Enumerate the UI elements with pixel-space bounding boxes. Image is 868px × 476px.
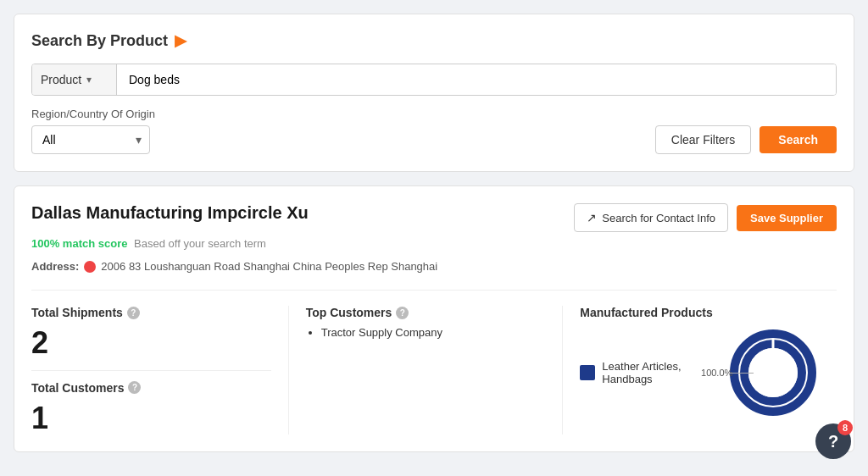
customers-list: Tractor Supply Company <box>306 326 546 339</box>
filter-row: All USA China India Europe ▾ Clear Filte… <box>31 125 837 154</box>
clear-filters-button[interactable]: Clear Filters <box>655 125 751 154</box>
match-percentage: 100% match score <box>31 237 127 250</box>
legend-item: Leather Articles, Handbags <box>580 360 709 385</box>
page-wrapper: Search By Product ▶ Product ▾ Region/Cou… <box>0 0 868 466</box>
search-row: Product ▾ <box>31 64 837 96</box>
total-shipments-value: 2 <box>31 326 271 360</box>
result-header: Dallas Manufacturing Impcircle Xu ↗ Sear… <box>31 203 837 232</box>
region-select-wrap: All USA China India Europe ▾ <box>31 125 150 154</box>
legend-label: Leather Articles, Handbags <box>602 360 709 385</box>
total-customers-title: Total Customers ? <box>31 381 271 395</box>
products-legend: Leather Articles, Handbags <box>580 360 709 385</box>
product-select-label: Product <box>41 73 81 86</box>
header-actions: ↗ Search for Contact Info Save Supplier <box>574 203 837 232</box>
svg-point-2 <box>748 348 798 397</box>
manufactured-products-title: Manufactured Products <box>580 306 820 319</box>
search-contact-button[interactable]: ↗ Search for Contact Info <box>574 203 728 232</box>
external-link-icon: ↗ <box>587 211 597 224</box>
region-select[interactable]: All USA China India Europe <box>31 125 150 154</box>
search-panel: Search By Product ▶ Product ▾ Region/Cou… <box>14 14 854 172</box>
video-icon: ▶ <box>175 31 186 50</box>
stats-row: Total Shipments ? 2 Total Customers ? 1 … <box>31 290 837 434</box>
donut-percentage-label: 100.0% <box>701 368 732 378</box>
total-shipments-title: Total Shipments ? <box>31 306 271 319</box>
help-bubble-icon: ? <box>828 432 838 451</box>
top-customers-title: Top Customers ? <box>306 306 546 319</box>
search-contact-label: Search for Contact Info <box>602 212 715 224</box>
shipments-help-icon[interactable]: ? <box>127 307 140 319</box>
save-supplier-button[interactable]: Save Supplier <box>737 205 837 231</box>
donut-chart: 100.0% <box>726 326 820 419</box>
top-customers-help-icon[interactable]: ? <box>396 307 409 319</box>
company-name: Dallas Manufacturing Impcircle Xu <box>31 203 309 223</box>
top-customers-block: Top Customers ? Tractor Supply Company <box>288 306 563 434</box>
help-badge: 8 <box>837 420 853 435</box>
legend-color-box <box>580 365 595 380</box>
filter-buttons: Clear Filters Search <box>655 125 837 154</box>
total-customers-value: 1 <box>31 401 271 435</box>
chevron-down-icon: ▾ <box>86 74 92 86</box>
address-value: 2006 83 Loushanguan Road Shanghai China … <box>101 260 437 273</box>
result-card: Dallas Manufacturing Impcircle Xu ↗ Sear… <box>14 185 854 452</box>
products-section: Leather Articles, Handbags 100.0% <box>580 326 820 419</box>
match-score-row: 100% match score Based off your search t… <box>31 237 837 250</box>
product-select-dropdown[interactable]: Product ▾ <box>32 64 117 95</box>
manufactured-products-block: Manufactured Products Leather Articles, … <box>562 306 837 434</box>
search-panel-title: Search By Product ▶ <box>31 31 837 50</box>
list-item: Tractor Supply Company <box>321 326 546 339</box>
match-note: Based off your search term <box>134 237 266 250</box>
region-label: Region/Country Of Origin <box>31 108 837 120</box>
customers-help-icon[interactable]: ? <box>128 381 141 394</box>
shipments-customers-block: Total Shipments ? 2 Total Customers ? 1 <box>31 306 288 434</box>
address-row: Address: 2006 83 Loushanguan Road Shangh… <box>31 260 837 273</box>
product-search-input[interactable] <box>117 64 836 95</box>
address-label: Address: <box>31 260 79 273</box>
panel-title-text: Search By Product <box>31 32 168 50</box>
donut-line <box>730 373 754 374</box>
search-button[interactable]: Search <box>760 126 837 153</box>
flag-icon <box>84 261 96 273</box>
help-bubble[interactable]: ? 8 <box>815 423 851 459</box>
